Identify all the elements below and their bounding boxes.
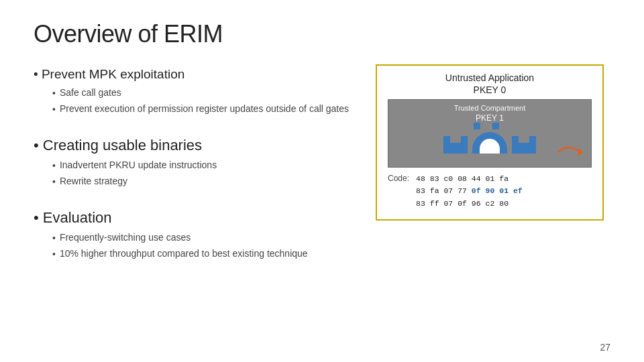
code-line-3: 83 ff 07 0f 96 c2 80 — [416, 198, 523, 210]
sub-label: 10% higher throughput compared to best e… — [60, 247, 308, 261]
sub-label: Rewrite strategy — [60, 174, 127, 188]
page-title: Overview of ERIM — [34, 20, 610, 48]
code-line-2: 83 fa 07 77 0f 90 01 ef — [416, 185, 523, 197]
arrow-icon — [555, 140, 588, 164]
section3-main: • Evaluation — [34, 209, 356, 227]
sub-label: Inadvertent PKRU update instructions — [60, 158, 217, 172]
section3-subs: • Frequently-switching use cases • 10% h… — [52, 231, 356, 263]
sub-item: • Frequently-switching use cases — [52, 231, 356, 245]
diagram-pkey0: PKEY 0 — [388, 84, 592, 95]
section1-main: • Prevent MPK exploitation — [34, 67, 356, 82]
trusted-pkey: PKEY 1 — [395, 113, 584, 123]
bullet-dot: • — [52, 86, 56, 101]
diagram-container: Untrusted Application PKEY 0 Trusted Com… — [376, 64, 604, 221]
bullet-dot: • — [52, 231, 56, 245]
page-number: 27 — [600, 342, 610, 353]
code-area: Code: 48 83 c0 08 44 01 fa 83 fa 07 77 0… — [388, 173, 592, 210]
trusted-box: Trusted Compartment PKEY 1 — [388, 99, 592, 168]
bullet-dot: • — [52, 175, 56, 189]
left-column: • Prevent MPK exploitation • Safe call g… — [34, 64, 356, 349]
sub-item: • Inadvertent PKRU update instructions — [52, 158, 356, 173]
code-label: Code: — [388, 174, 409, 183]
sub-label: Frequently-switching use cases — [60, 231, 191, 245]
diagram-label-top: Untrusted Application — [388, 72, 592, 83]
section1-subs: • Safe call gates • Prevent execution of… — [52, 86, 356, 118]
bullet-dot: • — [52, 247, 56, 261]
section2-main: • Creating usable binaries — [34, 137, 356, 154]
code-block: 48 83 c0 08 44 01 fa 83 fa 07 77 0f 90 0… — [416, 173, 523, 210]
sub-item: • Prevent execution of permission regist… — [52, 102, 356, 117]
sub-label: Safe call gates — [60, 86, 121, 100]
slide: Overview of ERIM • Prevent MPK exploitat… — [0, 0, 644, 362]
trusted-label: Trusted Compartment — [395, 104, 584, 112]
code-highlight: 0f 90 01 ef — [472, 186, 523, 195]
sub-item: • 10% higher throughput compared to best… — [52, 247, 356, 261]
sub-item: • Safe call gates — [52, 86, 356, 101]
sub-label: Prevent execution of permission register… — [60, 102, 349, 116]
svg-marker-0 — [578, 148, 583, 156]
bullet-dot: • — [52, 103, 56, 117]
bullet-dot: • — [52, 159, 56, 173]
content-area: • Prevent MPK exploitation • Safe call g… — [34, 64, 610, 349]
right-column: Untrusted Application PKEY 0 Trusted Com… — [369, 64, 610, 349]
code-line-1: 48 83 c0 08 44 01 fa — [416, 173, 523, 185]
section2-subs: • Inadvertent PKRU update instructions •… — [52, 158, 356, 190]
sub-item: • Rewrite strategy — [52, 174, 356, 189]
